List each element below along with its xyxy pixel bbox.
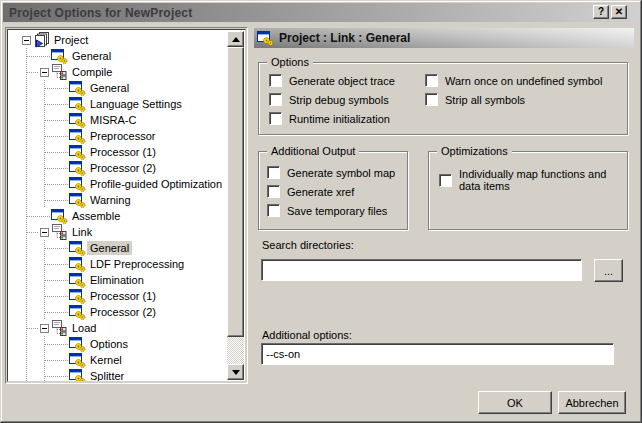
optimizations-list: Individually map functions and data item… (439, 152, 609, 192)
checkbox[interactable] (269, 74, 282, 87)
browse-button-label: ... (604, 265, 613, 277)
tree-item[interactable]: Processor (2) (9, 160, 229, 176)
options-column-1: Generate object traceStrip debug symbols… (269, 71, 395, 128)
browse-button[interactable]: ... (594, 259, 623, 282)
tree-item-label: Link (69, 225, 95, 239)
tree-item[interactable]: Link (9, 224, 229, 240)
tree-item[interactable]: Load (9, 320, 229, 336)
tree-item-label: Processor (2) (87, 305, 159, 319)
settings-page-icon (69, 96, 86, 112)
additional-output-group-title: Additional Output (267, 145, 359, 158)
tree-item-label: Processor (1) (87, 289, 159, 303)
checkbox-generate-symbol-map[interactable]: Generate symbol map (267, 163, 395, 182)
tree-item[interactable]: Splitter (9, 368, 229, 382)
tree-item[interactable]: Warning (9, 192, 229, 208)
settings-page-icon (69, 160, 86, 176)
tree-expander-minus-icon[interactable] (22, 36, 31, 45)
tree-item[interactable]: General (9, 48, 229, 64)
checkbox[interactable] (267, 185, 280, 198)
scroll-up-button[interactable] (227, 31, 244, 47)
settings-page-icon (69, 240, 86, 256)
checkbox-save-temporary-files[interactable]: Save temporary files (267, 201, 395, 220)
checkbox[interactable] (425, 74, 438, 87)
tree-item-label: Splitter (87, 369, 127, 382)
help-button[interactable]: ? (593, 5, 609, 19)
checkbox-label: Strip debug symbols (289, 94, 389, 106)
search-directories-input[interactable] (261, 259, 582, 281)
checkbox-label: Warn once on undefined symbol (445, 75, 602, 87)
titlebar[interactable]: Project Options for NewProject ? ✕ (3, 3, 639, 22)
options-group-title: Options (267, 56, 313, 69)
checkbox-strip-all-symbols[interactable]: Strip all symbols (425, 90, 602, 109)
tree-expander-minus-icon[interactable] (40, 68, 49, 77)
checkbox-runtime-initialization[interactable]: Runtime initialization (269, 109, 395, 128)
settings-page-icon (69, 336, 86, 352)
tree-expander-minus-icon[interactable] (40, 228, 49, 237)
checkbox-individually-map-functions-and-data-items[interactable]: Individually map functions and data item… (439, 152, 609, 192)
tree-item[interactable]: Options (9, 336, 229, 352)
ok-button-label: OK (507, 397, 523, 409)
category-icon (51, 320, 68, 336)
tree-item[interactable]: General (9, 240, 229, 256)
window-title: Project Options for NewProject (9, 6, 192, 20)
scroll-down-button[interactable] (227, 364, 244, 380)
tree-panel: ProjectGeneralCompileGeneralLanguage Set… (5, 27, 248, 384)
tree-item[interactable]: Kernel (9, 352, 229, 368)
checkbox-label: Strip all symbols (445, 94, 525, 106)
tree-expander-minus-icon[interactable] (40, 324, 49, 333)
arrow-down-icon (232, 370, 240, 375)
checkbox-warn-once-on-undefined-symbol[interactable]: Warn once on undefined symbol (425, 71, 602, 90)
settings-page-icon (69, 192, 86, 208)
tree-item[interactable]: Preprocessor (9, 128, 229, 144)
ok-button[interactable]: OK (478, 391, 552, 414)
tree-item-label: Compile (69, 65, 115, 79)
scrollbar-thumb[interactable] (227, 47, 244, 337)
additional-output-list: Generate symbol mapGenerate xrefSave tem… (267, 163, 395, 220)
tree-item-label: LDF Preprocessing (87, 257, 187, 271)
tree-item[interactable]: Assemble (9, 208, 229, 224)
checkbox[interactable] (267, 166, 280, 179)
tree-item[interactable]: Profile-guided Optimization (9, 176, 229, 192)
tree-item-label: General (87, 241, 132, 255)
tree-item[interactable]: Processor (1) (9, 288, 229, 304)
cancel-button[interactable]: Abbrechen (558, 391, 626, 414)
checkbox-strip-debug-symbols[interactable]: Strip debug symbols (269, 90, 395, 109)
checkbox[interactable] (425, 93, 438, 106)
checkbox-label: Save temporary files (287, 205, 387, 217)
checkbox-generate-object-trace[interactable]: Generate object trace (269, 71, 395, 90)
category-icon (51, 64, 68, 80)
checkbox[interactable] (269, 112, 282, 125)
tree-item-label: Project (51, 33, 91, 47)
tree-item[interactable]: Compile (9, 64, 229, 80)
checkbox[interactable] (269, 93, 282, 106)
settings-page-icon (69, 352, 86, 368)
checkbox[interactable] (439, 174, 452, 187)
tree-item[interactable]: MISRA-C (9, 112, 229, 128)
tree-item[interactable]: LDF Preprocessing (9, 256, 229, 272)
checkbox[interactable] (267, 204, 280, 217)
tree-vertical-scrollbar[interactable] (227, 31, 244, 380)
checkbox-label: Runtime initialization (289, 113, 390, 125)
additional-options-input[interactable] (261, 343, 614, 365)
settings-page-icon (257, 30, 274, 46)
tree-item[interactable]: Processor (1) (9, 144, 229, 160)
checkbox-label: Generate xref (287, 186, 354, 198)
settings-page-icon (69, 80, 86, 96)
tree-item[interactable]: General (9, 80, 229, 96)
settings-page-icon (69, 368, 86, 382)
tree-item[interactable]: Project (9, 32, 229, 48)
tree-item-label: Preprocessor (87, 129, 158, 143)
checkbox-generate-xref[interactable]: Generate xref (267, 182, 395, 201)
tree-item-label: Kernel (87, 353, 125, 367)
settings-page-icon (51, 48, 68, 64)
project-tree: ProjectGeneralCompileGeneralLanguage Set… (9, 32, 229, 382)
optimizations-group: Optimizations Individually map functions… (428, 151, 628, 230)
close-button[interactable]: ✕ (611, 5, 627, 19)
tree-item[interactable]: Elimination (9, 272, 229, 288)
settings-page-icon (51, 208, 68, 224)
additional-options-label: Additional options: (262, 329, 352, 342)
tree-item-label: MISRA-C (87, 113, 139, 127)
tree-item[interactable]: Processor (2) (9, 304, 229, 320)
settings-page-icon (69, 272, 86, 288)
tree-item[interactable]: Language Settings (9, 96, 229, 112)
